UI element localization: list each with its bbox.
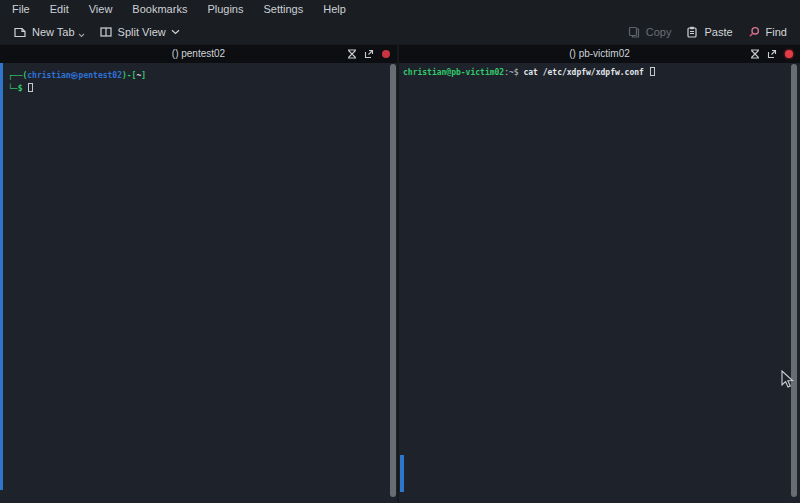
terminal-cursor: [650, 67, 655, 76]
menu-bookmarks[interactable]: Bookmarks: [122, 0, 197, 19]
split-view-icon: [99, 25, 113, 39]
menu-view[interactable]: View: [79, 0, 123, 19]
detach-view-icon[interactable]: [767, 49, 777, 59]
find-label: Find: [766, 26, 787, 38]
split-view-caret-icon: [171, 29, 180, 35]
left-pane-scrollbar[interactable]: [390, 64, 396, 497]
right-pane-scroll-indicator: [400, 455, 404, 492]
menu-edit[interactable]: Edit: [40, 0, 79, 19]
prompt-line2: └─$: [8, 84, 22, 93]
terminal-output: christian@pb-victim02:~$ cat /etc/xdpfw/…: [399, 63, 800, 79]
pane-header-pb-victim02[interactable]: () pb-victim02: [399, 45, 800, 63]
copy-button[interactable]: Copy: [620, 21, 679, 43]
new-tab-label: New Tab: [32, 26, 75, 38]
split-view-label: Split View: [118, 26, 166, 38]
terminal-pentest02[interactable]: ┌──(christian㉿pentest02)-[~] └─$: [0, 63, 397, 503]
right-pane-scrollbar[interactable]: [791, 64, 797, 497]
toolbar-right-group: Copy Paste Find: [620, 21, 794, 43]
paste-label: Paste: [704, 26, 732, 38]
new-tab-button[interactable]: New Tab: [6, 21, 92, 43]
pane-title-pb-victim02: () pb-victim02: [399, 45, 800, 63]
menu-file[interactable]: File: [2, 0, 40, 19]
prompt-user-host: christian㉿pentest02: [27, 71, 122, 80]
typed-command: cat /etc/xdpfw/xdpfw.conf: [523, 68, 643, 77]
pane-title-pentest02: () pentest02: [0, 45, 397, 63]
copy-label: Copy: [646, 26, 672, 38]
paste-icon: [685, 25, 699, 39]
maximize-view-icon[interactable]: [347, 49, 357, 59]
find-icon: [747, 25, 761, 39]
menu-plugins[interactable]: Plugins: [197, 0, 253, 19]
terminal-pb-victim02[interactable]: christian@pb-victim02:~$ cat /etc/xdpfw/…: [399, 63, 800, 503]
copy-icon: [627, 25, 641, 39]
split-view-button[interactable]: Split View: [92, 21, 187, 43]
prompt-user-host: christian@pb-victim02: [403, 68, 504, 77]
prompt-frame-mid: )-[: [122, 71, 136, 80]
menu-settings[interactable]: Settings: [253, 0, 313, 19]
pane-header-pentest02[interactable]: () pentest02: [0, 45, 397, 63]
terminal-output: ┌──(christian㉿pentest02)-[~] └─$: [0, 63, 397, 95]
menu-help[interactable]: Help: [313, 0, 356, 19]
detach-view-icon[interactable]: [364, 49, 374, 59]
menu-bar: File Edit View Bookmarks Plugins Setting…: [0, 0, 800, 19]
prompt-separator: :~$: [504, 68, 518, 77]
prompt-frame-open: ┌──(: [8, 71, 27, 80]
terminal-cursor: [28, 83, 33, 92]
close-view-button[interactable]: [382, 50, 390, 58]
toolbar: New Tab Split View Copy Paste: [0, 19, 800, 44]
new-tab-caret-icon: [78, 33, 85, 38]
maximize-view-icon[interactable]: [750, 49, 760, 59]
mouse-cursor: [781, 370, 795, 394]
new-tab-icon: [13, 25, 27, 39]
prompt-frame-close: ]: [141, 71, 146, 80]
paste-button[interactable]: Paste: [678, 21, 739, 43]
find-button[interactable]: Find: [740, 21, 794, 43]
close-view-button[interactable]: [785, 50, 793, 58]
left-pane-edge-indicator: [0, 63, 3, 490]
